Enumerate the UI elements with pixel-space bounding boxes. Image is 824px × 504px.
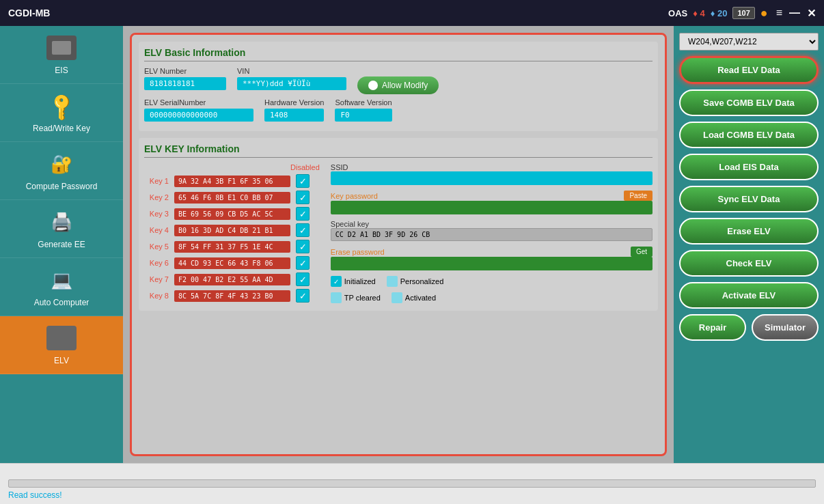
content-area: ELV Basic Information ELV Number 8181818…: [123, 26, 674, 463]
key-checkbox-4[interactable]: ✓: [296, 223, 310, 237]
tpcleared-label: TP cleared: [344, 294, 381, 302]
close-icon[interactable]: ✕: [807, 7, 816, 20]
erase-row: Erase password Get: [331, 247, 653, 257]
key-list: Disabled Key 1 9A 32 A4 3B F1 6F 35 06 ✓…: [144, 163, 320, 305]
ssid-group: SSID: [331, 163, 653, 185]
personalized-check: [387, 276, 398, 287]
erase-password-label: Erase password: [331, 248, 627, 256]
sidebar: EIS 🔑 Read/Write Key 🔐 Compute Password …: [0, 26, 123, 463]
erase-elv-button[interactable]: Erase ELV: [679, 218, 819, 244]
computer-icon: 💻: [44, 266, 79, 294]
sidebar-item-readwritekey[interactable]: 🔑 Read/Write Key: [0, 84, 123, 142]
menu-icon[interactable]: ≡: [776, 7, 782, 20]
key-right-panel: SSID Key password Paste Special key: [331, 163, 653, 305]
status-row: ✓ Initialized Personalized: [331, 276, 653, 287]
table-row: Key 6 44 CD 93 EC 66 43 F8 06 ✓: [144, 256, 320, 270]
ssid-label: SSID: [331, 163, 653, 171]
key-label-4: Key 4: [144, 226, 169, 234]
key-label-6: Key 6: [144, 259, 169, 267]
table-row: Key 5 8F 54 FF 31 37 F5 1E 4C ✓: [144, 240, 320, 253]
elv-number-group: ELV Number 8181818181: [144, 67, 226, 90]
allow-modify-button[interactable]: Allow Modify: [357, 76, 439, 94]
model-select[interactable]: W204,W207,W212W221W164: [679, 33, 819, 51]
key-password-field: [331, 201, 653, 214]
paste-button[interactable]: Paste: [624, 191, 653, 201]
elv-icon: [44, 324, 79, 352]
load-eis-data-button[interactable]: Load EIS Data: [679, 154, 819, 180]
basic-info-title: ELV Basic Information: [144, 47, 653, 61]
password-icon: 🔐: [44, 150, 79, 178]
generate-icon: 🖨️: [44, 208, 79, 236]
elv-basic-info: ELV Basic Information ELV Number 8181818…: [139, 42, 658, 131]
sidebar-item-elv[interactable]: ELV: [0, 316, 123, 374]
sync-elv-data-button[interactable]: Sync ELV Data: [679, 186, 819, 212]
special-key-value: CC D2 A1 BD 3F 9D 26 CB: [331, 228, 653, 241]
status-row-2: TP cleared Activated: [331, 292, 653, 303]
key-label-1: Key 1: [144, 177, 169, 185]
sidebar-item-eis[interactable]: EIS: [0, 26, 123, 84]
elv-serial-group: ELV SerialNumber 000000000000000: [144, 98, 253, 122]
sidebar-label-generateee: Generate EE: [38, 240, 85, 249]
key-checkbox-7[interactable]: ✓: [296, 272, 310, 286]
key-value-3: BE 69 56 09 CB D5 AC 5C: [174, 208, 290, 220]
get-button[interactable]: Get: [631, 247, 653, 257]
table-row: Key 7 F2 00 47 B2 E2 55 AA 4D ✓: [144, 272, 320, 286]
sidebar-item-autocomputer[interactable]: 💻 Auto Computer: [0, 258, 123, 316]
sidebar-item-computepassword[interactable]: 🔐 Compute Password: [0, 142, 123, 200]
sidebar-item-generateee[interactable]: 🖨️ Generate EE: [0, 200, 123, 258]
table-row: Key 2 65 46 F6 8B E1 C0 BB 07 ✓: [144, 191, 320, 204]
elv-serial-label: ELV SerialNumber: [144, 98, 253, 107]
key-checkbox-1[interactable]: ✓: [296, 174, 310, 188]
erase-password-field: [331, 257, 653, 270]
repair-button[interactable]: Repair: [679, 314, 746, 341]
simulator-button[interactable]: Simulator: [752, 314, 819, 341]
load-cgmb-elv-data-button[interactable]: Load CGMB ELV Data: [679, 122, 819, 148]
ssid-value: [331, 171, 653, 185]
title-bar: CGDI-MB OAS ♦ 4 ♦ 20 107 ● ≡ — ✕: [0, 0, 824, 26]
key-checkbox-3[interactable]: ✓: [296, 207, 310, 221]
progress-bar: [8, 479, 816, 488]
check-elv-button[interactable]: Check ELV: [679, 250, 819, 277]
key-value-1: 9A 32 A4 3B F1 6F 35 06: [174, 176, 290, 187]
diamond-red-icon: ♦ 4: [693, 8, 704, 18]
personalized-label: Personalized: [400, 277, 444, 285]
read-elv-data-button[interactable]: Read ELV Data: [679, 56, 819, 84]
sidebar-label-elv: ELV: [54, 356, 69, 365]
key-table-area: Disabled Key 1 9A 32 A4 3B F1 6F 35 06 ✓…: [144, 163, 653, 305]
window-controls[interactable]: ≡ — ✕: [776, 7, 816, 20]
software-group: Software Version F0: [335, 98, 392, 122]
erase-password-group: Erase password Get: [331, 247, 653, 270]
diamond-blue-icon: ♦ 20: [711, 8, 728, 18]
elv-key-info: ELV KEY Information Disabled Key 1 9A 32…: [139, 138, 658, 311]
eis-icon: [44, 34, 79, 61]
activate-elv-button[interactable]: Activate ELV: [679, 282, 819, 309]
main-panel: ELV Basic Information ELV Number 8181818…: [130, 33, 667, 456]
key-value-8: 8C 5A 7C 8F 4F 43 23 B0: [174, 290, 290, 302]
badge-value: 107: [732, 7, 754, 19]
key-checkbox-8[interactable]: ✓: [296, 289, 310, 303]
minimize-icon[interactable]: —: [789, 7, 800, 20]
oas-label: OAS: [668, 8, 687, 18]
key-checkbox-5[interactable]: ✓: [296, 240, 310, 253]
key-label-3: Key 3: [144, 210, 169, 218]
activated-label: Activated: [405, 294, 436, 302]
basic-field-row-1: ELV Number 8181818181 VIN ***YY)ddd ¥ÏÙÏ…: [144, 67, 653, 94]
disabled-label: Disabled: [290, 163, 320, 171]
main-layout: EIS 🔑 Read/Write Key 🔐 Compute Password …: [0, 26, 824, 463]
key-label-2: Key 2: [144, 193, 169, 201]
key-value-4: B0 16 3D AD C4 DB 21 B1: [174, 225, 290, 236]
key-value-5: 8F 54 FF 31 37 F5 1E 4C: [174, 241, 290, 253]
table-row: Key 8 8C 5A 7C 8F 4F 43 23 B0 ✓: [144, 289, 320, 303]
save-cgmb-elv-data-button[interactable]: Save CGMB ELV Data: [679, 89, 819, 116]
key-checkbox-2[interactable]: ✓: [296, 191, 310, 204]
key-info-title: ELV KEY Information: [144, 143, 653, 158]
key-value-7: F2 00 47 B2 E2 55 AA 4D: [174, 274, 290, 285]
initialized-label: Initialized: [344, 277, 376, 285]
hardware-value: 1408: [264, 109, 324, 122]
special-key-label: Special key: [331, 220, 653, 228]
software-value: F0: [335, 109, 392, 122]
hardware-label: Hardware Version: [264, 98, 324, 107]
sidebar-label-autocomputer: Auto Computer: [34, 298, 90, 307]
key-label-7: Key 7: [144, 275, 169, 283]
key-checkbox-6[interactable]: ✓: [296, 256, 310, 270]
